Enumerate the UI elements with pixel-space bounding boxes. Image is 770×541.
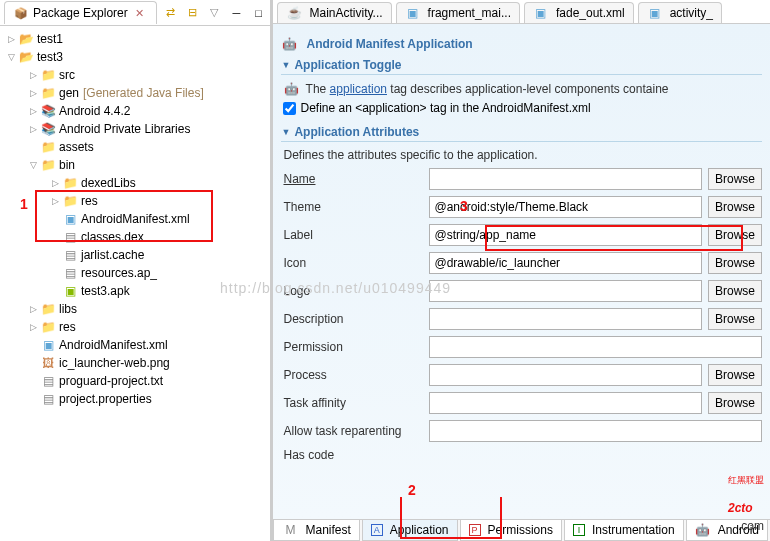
folder-src[interactable]: ▷ 📁 src	[2, 66, 268, 84]
input-permission[interactable]	[429, 336, 762, 358]
browse-description-button[interactable]: Browse	[708, 308, 762, 330]
collapse-icon[interactable]: ▷	[48, 178, 62, 188]
label-process: Process	[283, 368, 423, 382]
package-icon: 📁	[40, 85, 56, 101]
file-classes-dex[interactable]: ▤ classes.dex	[2, 228, 268, 246]
section-application-toggle: ▼Application Toggle 🤖 The application ta…	[281, 58, 762, 115]
input-logo[interactable]	[429, 280, 702, 302]
collapse-icon[interactable]: ▷	[4, 34, 18, 44]
folder-assets[interactable]: 📁 assets	[2, 138, 268, 156]
file-resources-ap[interactable]: ▤ resources.ap_	[2, 264, 268, 282]
annotation-label-2: 2	[408, 482, 416, 498]
browse-name-button[interactable]: Browse	[708, 168, 762, 190]
manifest-tab-icon: M	[282, 522, 298, 538]
application-link[interactable]: application	[330, 82, 387, 96]
browse-theme-button[interactable]: Browse	[708, 196, 762, 218]
file-project-props[interactable]: ▤ project.properties	[2, 390, 268, 408]
section-toggle-head[interactable]: ▼Application Toggle	[281, 58, 762, 75]
row-allow-reparent: Allow task reparenting	[283, 420, 762, 442]
file-ic-launcher[interactable]: 🖼 ic_launcher-web.png	[2, 354, 268, 372]
project-test3[interactable]: ▽ 📂 test3	[2, 48, 268, 66]
package-explorer-icon: 📦	[13, 5, 29, 21]
row-description: Description Browse	[283, 308, 762, 330]
toggle-description: 🤖 The application tag describes applicat…	[283, 81, 762, 97]
lib-android442[interactable]: ▷ 📚 Android 4.4.2	[2, 102, 268, 120]
instrumentation-tab-icon: I	[573, 524, 585, 536]
package-explorer-pane: 📦 Package Explorer ✕ ⇄ ⊟ ▽ ─ □ ▷ 📂 test1…	[0, 0, 273, 541]
link-editor-icon[interactable]: ⊟	[184, 5, 200, 21]
file-test3-apk[interactable]: ▣ test3.apk	[2, 282, 268, 300]
file-manifest-root[interactable]: ▣ AndroidManifest.xml	[2, 336, 268, 354]
input-description[interactable]	[429, 308, 702, 330]
android-icon: 🤖	[281, 36, 297, 52]
android-icon: 🤖	[283, 81, 299, 97]
input-name[interactable]	[429, 168, 702, 190]
maximize-icon[interactable]: □	[250, 5, 266, 21]
collapse-icon[interactable]: ▷	[26, 88, 40, 98]
folder-libs[interactable]: ▷ 📁 libs	[2, 300, 268, 318]
xml-icon: ▣	[405, 5, 421, 21]
folder-res-bin[interactable]: ▷ 📁 res	[2, 192, 268, 210]
input-task-affinity[interactable]	[429, 392, 702, 414]
file-proguard[interactable]: ▤ proguard-project.txt	[2, 372, 268, 390]
minimize-icon[interactable]: ─	[228, 5, 244, 21]
label-allow-reparent: Allow task reparenting	[283, 424, 423, 438]
tab-permissions[interactable]: PPermissions	[460, 520, 562, 541]
input-allow-reparent[interactable]	[429, 420, 762, 442]
apk-icon: ▣	[62, 283, 78, 299]
label-icon: Icon	[283, 256, 423, 270]
expand-icon[interactable]: ▽	[26, 160, 40, 170]
project-test1[interactable]: ▷ 📂 test1	[2, 30, 268, 48]
tab-main-activity[interactable]: ☕MainActivity...	[277, 2, 391, 23]
folder-gen[interactable]: ▷ 📁 gen [Generated Java Files]	[2, 84, 268, 102]
row-theme: Theme Browse	[283, 196, 762, 218]
input-label[interactable]	[429, 224, 702, 246]
close-tab-icon[interactable]: ✕	[132, 5, 148, 21]
folder-res[interactable]: ▷ 📁 res	[2, 318, 268, 336]
tab-instrumentation[interactable]: IInstrumentation	[564, 520, 684, 541]
xml-icon: ▣	[647, 5, 663, 21]
collapse-icon[interactable]: ▷	[26, 106, 40, 116]
lib-private[interactable]: ▷ 📚 Android Private Libraries	[2, 120, 268, 138]
project-icon: 📂	[18, 49, 34, 65]
view-menu-icon[interactable]: ▽	[206, 5, 222, 21]
define-application-checkbox[interactable]	[283, 102, 296, 115]
collapse-icon[interactable]: ▷	[48, 196, 62, 206]
input-theme[interactable]	[429, 196, 702, 218]
tab-application[interactable]: AApplication	[362, 520, 458, 541]
browse-label-button[interactable]: Browse	[708, 224, 762, 246]
row-process: Process Browse	[283, 364, 762, 386]
collapse-all-icon[interactable]: ⇄	[162, 5, 178, 21]
label-permission: Permission	[283, 340, 423, 354]
tab-fade-out[interactable]: ▣fade_out.xml	[524, 2, 634, 23]
browse-task-affinity-button[interactable]: Browse	[708, 392, 762, 414]
folder-bin[interactable]: ▽ 📁 bin	[2, 156, 268, 174]
section-attrs-head[interactable]: ▼Application Attributes	[281, 125, 762, 142]
label-name[interactable]: Name	[283, 172, 423, 186]
xml-icon: ▣	[40, 337, 56, 353]
tab-manifest[interactable]: MManifest	[273, 520, 359, 541]
define-application-label: Define an <application> tag in the Andro…	[300, 101, 590, 115]
input-process[interactable]	[429, 364, 702, 386]
folder-icon: 📁	[62, 193, 78, 209]
browse-icon-button[interactable]: Browse	[708, 252, 762, 274]
input-icon[interactable]	[429, 252, 702, 274]
browse-logo-button[interactable]: Browse	[708, 280, 762, 302]
package-explorer-tab[interactable]: 📦 Package Explorer ✕	[4, 1, 157, 24]
folder-dexedlibs[interactable]: ▷ 📁 dexedLibs	[2, 174, 268, 192]
tab-fragment-main[interactable]: ▣fragment_mai...	[396, 2, 520, 23]
file-jarlist[interactable]: ▤ jarlist.cache	[2, 246, 268, 264]
collapse-icon[interactable]: ▷	[26, 304, 40, 314]
expand-icon[interactable]: ▽	[4, 52, 18, 62]
project-tree[interactable]: ▷ 📂 test1 ▽ 📂 test3 ▷ 📁 src ▷ 📁 gen [Gen…	[0, 26, 270, 541]
file-manifest-bin[interactable]: ▣ AndroidManifest.xml	[2, 210, 268, 228]
collapse-icon[interactable]: ▷	[26, 124, 40, 134]
tab-activity[interactable]: ▣activity_	[638, 2, 722, 23]
browse-process-button[interactable]: Browse	[708, 364, 762, 386]
row-task-affinity: Task affinity Browse	[283, 392, 762, 414]
collapse-icon[interactable]: ▷	[26, 322, 40, 332]
logo-2cto: 红黑联盟 2cto.com	[728, 474, 764, 533]
attrs-description: Defines the attributes specific to the a…	[283, 148, 762, 162]
folder-icon: 📁	[40, 301, 56, 317]
collapse-icon[interactable]: ▷	[26, 70, 40, 80]
